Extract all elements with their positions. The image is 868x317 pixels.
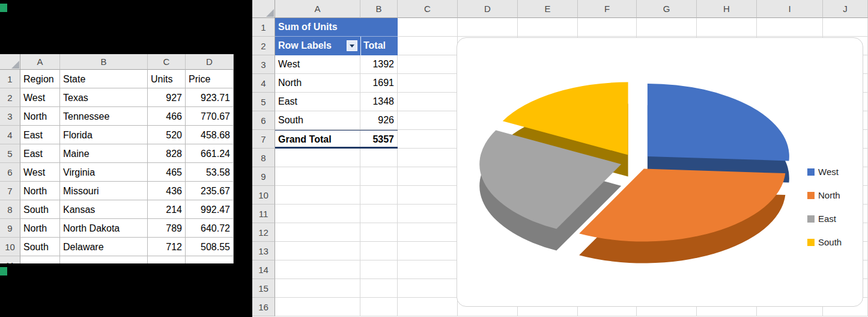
cell-C9[interactable]: 789 bbox=[148, 219, 186, 238]
pivot-label-cell[interactable]: West bbox=[275, 55, 360, 74]
column-header-F[interactable]: F bbox=[578, 0, 637, 18]
row-header-11[interactable]: 11 bbox=[0, 256, 20, 263]
column-header-C[interactable]: C bbox=[148, 54, 186, 70]
cell-D1[interactable]: Price bbox=[186, 70, 234, 88]
row-header-15[interactable]: 15 bbox=[252, 279, 275, 298]
cell-D5[interactable]: 661.24 bbox=[186, 144, 234, 163]
cell-C15[interactable] bbox=[398, 279, 458, 298]
cell-A10[interactable] bbox=[275, 186, 360, 205]
cell-D3[interactable]: 770.67 bbox=[186, 107, 234, 126]
pie-chart[interactable]: WestNorthEastSouth bbox=[457, 37, 863, 307]
cell-C9[interactable] bbox=[398, 167, 458, 186]
cell-C10[interactable]: 712 bbox=[148, 238, 186, 256]
cell-C13[interactable] bbox=[398, 242, 458, 260]
cell-A3[interactable]: North bbox=[20, 107, 60, 126]
cell-D2[interactable]: 923.71 bbox=[186, 88, 234, 107]
cell-B11[interactable] bbox=[360, 205, 398, 223]
cell-C12[interactable] bbox=[398, 223, 458, 242]
cell-I1[interactable] bbox=[757, 18, 823, 37]
cell-A14[interactable] bbox=[275, 260, 360, 279]
cell-A13[interactable] bbox=[275, 242, 360, 260]
cell-C4[interactable] bbox=[398, 74, 458, 93]
cell-C6[interactable]: 465 bbox=[148, 163, 186, 182]
column-header-D[interactable]: D bbox=[186, 54, 234, 70]
row-header-8[interactable]: 8 bbox=[0, 200, 20, 219]
row-header-5[interactable]: 5 bbox=[0, 144, 20, 163]
row-header-2[interactable]: 2 bbox=[252, 37, 275, 55]
row-header-1[interactable]: 1 bbox=[0, 70, 20, 88]
cell-B10[interactable]: Delaware bbox=[60, 238, 148, 256]
cell-C8[interactable]: 214 bbox=[148, 200, 186, 219]
cell-B9[interactable]: North Dakota bbox=[60, 219, 148, 238]
row-header-8[interactable]: 8 bbox=[252, 149, 275, 167]
row-header-4[interactable]: 4 bbox=[252, 74, 275, 93]
pivot-title-cell[interactable]: Sum of Units bbox=[275, 18, 398, 36]
cell-G1[interactable] bbox=[637, 18, 697, 37]
row-header-2[interactable]: 2 bbox=[0, 88, 20, 107]
column-header-H[interactable]: H bbox=[697, 0, 757, 18]
legend-item-east[interactable]: East bbox=[807, 214, 842, 224]
select-all-corner[interactable] bbox=[252, 0, 275, 18]
pivot-row-labels-cell[interactable]: Row Labels bbox=[275, 37, 360, 55]
cell-D1[interactable] bbox=[458, 18, 518, 37]
cell-C10[interactable] bbox=[398, 186, 458, 205]
legend-item-north[interactable]: North bbox=[807, 190, 842, 200]
cell-A1[interactable]: Region bbox=[20, 70, 60, 88]
column-header-C[interactable]: C bbox=[398, 0, 458, 18]
cell-B16[interactable] bbox=[360, 298, 398, 316]
select-all-corner[interactable] bbox=[0, 54, 20, 70]
cell-B1[interactable]: State bbox=[60, 70, 148, 88]
column-header-I[interactable]: I bbox=[757, 0, 823, 18]
cell-C7[interactable] bbox=[398, 130, 458, 149]
grand-total-value-cell[interactable]: 5357 bbox=[360, 131, 398, 147]
cell-D8[interactable]: 992.47 bbox=[186, 200, 234, 219]
pivot-label-cell[interactable]: South bbox=[275, 111, 360, 130]
cell-B2[interactable]: Texas bbox=[60, 88, 148, 107]
cell-D11[interactable] bbox=[186, 256, 234, 263]
cell-B13[interactable] bbox=[360, 242, 398, 260]
cell-A4[interactable]: East bbox=[20, 126, 60, 144]
cell-D4[interactable]: 458.68 bbox=[186, 126, 234, 144]
cell-C3[interactable] bbox=[398, 55, 458, 74]
cell-C6[interactable] bbox=[398, 111, 458, 130]
column-header-A[interactable]: A bbox=[20, 54, 60, 70]
pie-slice-west[interactable] bbox=[648, 84, 789, 183]
cell-B10[interactable] bbox=[360, 186, 398, 205]
cell-C4[interactable]: 520 bbox=[148, 126, 186, 144]
cell-A10[interactable]: South bbox=[20, 238, 60, 256]
cell-C8[interactable] bbox=[398, 149, 458, 167]
row-header-14[interactable]: 14 bbox=[252, 260, 275, 279]
column-header-G[interactable]: G bbox=[637, 0, 697, 18]
cell-B7[interactable]: Missouri bbox=[60, 182, 148, 200]
cell-A11[interactable] bbox=[275, 205, 360, 223]
cell-C3[interactable]: 466 bbox=[148, 107, 186, 126]
cell-B9[interactable] bbox=[360, 167, 398, 186]
row-header-4[interactable]: 4 bbox=[0, 126, 20, 144]
cell-C1[interactable] bbox=[398, 18, 458, 37]
cell-A11[interactable] bbox=[20, 256, 60, 263]
cell-C1[interactable]: Units bbox=[148, 70, 186, 88]
cell-F1[interactable] bbox=[578, 18, 637, 37]
cell-A5[interactable]: East bbox=[20, 144, 60, 163]
row-header-6[interactable]: 6 bbox=[0, 163, 20, 182]
cell-B8[interactable]: Kansas bbox=[60, 200, 148, 219]
grand-total-label-cell[interactable]: Grand Total bbox=[275, 131, 360, 147]
cell-B5[interactable]: Maine bbox=[60, 144, 148, 163]
row-header-7[interactable]: 7 bbox=[252, 130, 275, 149]
row-header-11[interactable]: 11 bbox=[252, 205, 275, 223]
row-header-3[interactable]: 3 bbox=[0, 107, 20, 126]
pivot-label-cell[interactable]: North bbox=[275, 74, 360, 93]
cell-C2[interactable] bbox=[398, 37, 458, 55]
cell-C2[interactable]: 927 bbox=[148, 88, 186, 107]
cell-A16[interactable] bbox=[275, 298, 360, 316]
cell-D6[interactable]: 53.58 bbox=[186, 163, 234, 182]
cell-C5[interactable]: 828 bbox=[148, 144, 186, 163]
cell-A8[interactable]: South bbox=[20, 200, 60, 219]
cell-B3[interactable]: Tennessee bbox=[60, 107, 148, 126]
row-header-16[interactable]: 16 bbox=[252, 298, 275, 316]
cell-B11[interactable] bbox=[60, 256, 148, 263]
cell-B4[interactable]: Florida bbox=[60, 126, 148, 144]
cell-A9[interactable] bbox=[275, 167, 360, 186]
cell-D9[interactable]: 640.72 bbox=[186, 219, 234, 238]
cell-C16[interactable] bbox=[398, 298, 458, 316]
